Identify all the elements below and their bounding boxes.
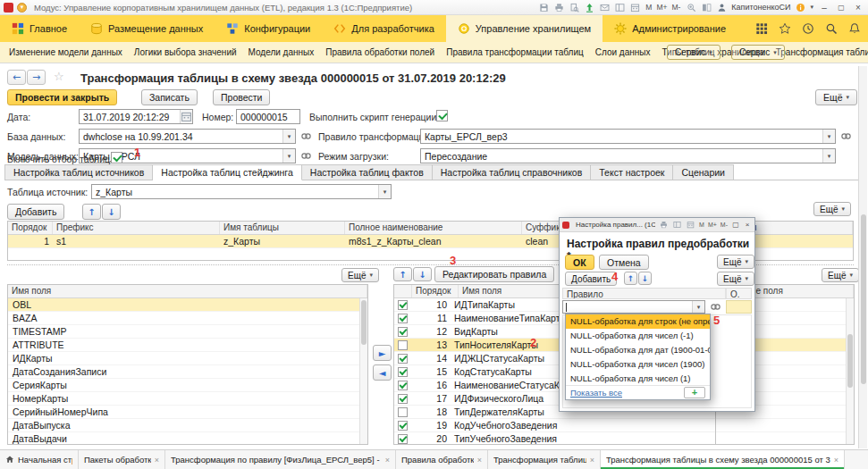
search-icon[interactable] [825, 22, 838, 35]
list-item[interactable]: ИДКарты [8, 352, 359, 365]
table-row[interactable]: 20ТипУчебногоЗаведения [394, 432, 750, 445]
ribbon-tab[interactable]: Размещение данных [79, 15, 215, 42]
submenu-item[interactable]: Трансформация таблицы в схему звезда [776, 47, 868, 57]
write-button[interactable]: Записать [141, 89, 198, 105]
close-tab-icon[interactable]: × [834, 456, 839, 465]
ribbon-tab[interactable]: Главное [0, 15, 79, 42]
row-checkbox[interactable] [398, 407, 408, 417]
notifications-bell-icon[interactable] [848, 22, 861, 35]
list-item[interactable]: СерияКарты [8, 379, 359, 392]
open-link-icon[interactable] [710, 301, 721, 313]
panel-icon[interactable] [671, 220, 682, 230]
dropdown-item[interactable]: NULL-обработка для чисел (1) [566, 372, 710, 386]
field-up-button[interactable]: ↑ [393, 267, 412, 281]
list-item[interactable] [716, 432, 846, 445]
forward-button[interactable]: → [27, 70, 46, 85]
staging-more-button[interactable]: Ещё▾ [813, 202, 851, 216]
database-input[interactable]: dwhclose на 10.99.201.34 ▾ [79, 129, 296, 144]
apps-grid-icon[interactable] [755, 22, 768, 35]
main-scrollbar[interactable] [858, 66, 867, 448]
submenu-item[interactable]: Логики выбора значений [134, 47, 237, 57]
submenu-item[interactable]: Слои данных [595, 47, 651, 57]
list-item[interactable]: ДатаСозданияЗаписи [8, 365, 359, 379]
preview-icon[interactable] [569, 2, 579, 13]
tab-inactive[interactable]: Текст настроек [591, 164, 673, 180]
calendar-icon[interactable] [180, 110, 192, 123]
script-checkbox[interactable] [436, 110, 448, 121]
tab-inactive[interactable]: Настройка таблиц источников [4, 164, 153, 180]
submenu-item[interactable]: Правила трансформации таблиц [446, 47, 584, 57]
minimize-button[interactable]: – [818, 2, 830, 13]
row-checkbox[interactable] [398, 394, 408, 404]
list-item[interactable]: ATTRIBUTE [8, 339, 359, 352]
tab-inactive[interactable]: Сценарии [673, 164, 734, 180]
send-icon[interactable] [599, 2, 610, 13]
ribbon-tab[interactable]: Конфигурации [215, 15, 322, 42]
print-icon[interactable] [553, 2, 564, 13]
show-all-link[interactable]: Показать все [570, 388, 622, 398]
restore-button[interactable]: ▢ [835, 2, 847, 13]
row-checkbox[interactable] [398, 421, 408, 431]
taskbar-tab[interactable]: Пакеты обработки данных× [79, 450, 165, 469]
table-filter-checkbox[interactable] [111, 152, 122, 163]
number-input[interactable]: 000000015 [236, 109, 300, 124]
dropdown-item[interactable]: NULL-обработка для дат (1900-01-01) [566, 343, 710, 357]
date-input[interactable]: 31.07.2019 20:12:29 [79, 109, 193, 124]
list-item[interactable]: СерийныйНомерЧипа [8, 406, 359, 419]
row-checkbox[interactable] [398, 300, 408, 310]
chevron-down-icon[interactable]: ▾ [282, 130, 295, 143]
close-tab-icon[interactable]: × [155, 456, 159, 465]
save-icon[interactable] [538, 2, 549, 13]
list-item[interactable] [716, 419, 846, 432]
memory-button[interactable]: M- [670, 3, 681, 12]
open-link-icon[interactable] [300, 130, 312, 142]
row-checkbox[interactable] [398, 314, 408, 323]
service-button-2[interactable]: Сервис▾ [731, 45, 785, 60]
close-tab-icon[interactable]: × [385, 456, 390, 465]
taskbar-tab[interactable]: Трансформация по правилу [ФизЛица_ЕРСЛ_в… [165, 450, 396, 469]
taskbar-tab[interactable]: Правила обработки полей× [396, 450, 488, 469]
list-item[interactable]: ДатаВыпуска [8, 419, 359, 432]
o-cell[interactable] [726, 300, 752, 314]
move-up-button[interactable]: ↑ [82, 204, 101, 220]
source-fields-more-button[interactable]: Ещё▾ [341, 268, 379, 282]
memory-button[interactable]: M [698, 222, 705, 228]
open-link-icon[interactable] [840, 130, 852, 142]
source-fields-list[interactable]: Имя поля OBLBAZATIMESTAMPATTRIBUTEИДКарт… [7, 284, 368, 445]
post-and-close-button[interactable]: Провести и закрыть [7, 89, 117, 105]
dialog-restore-button[interactable]: ▢ [731, 220, 740, 230]
chevron-down-icon[interactable]: ▾ [378, 185, 391, 198]
taskbar-tab[interactable]: Трансформация таблицы в схему звезда 000… [601, 450, 845, 469]
dialog-close-button[interactable]: × [743, 220, 752, 230]
transfer-left-button[interactable]: ◄ [373, 364, 392, 381]
field-down-button[interactable]: ↓ [413, 267, 432, 281]
submenu-item[interactable]: Правила обработки полей [325, 47, 434, 57]
ribbon-tab[interactable]: Администрирование [603, 15, 737, 42]
service-button-1[interactable]: Сервис▾ [667, 45, 721, 60]
row-checkbox[interactable] [398, 367, 408, 377]
history-clock-icon[interactable] [802, 22, 814, 35]
memory-button[interactable]: M- [720, 222, 729, 228]
edit-rules-button[interactable]: Редактировать правила [434, 266, 554, 282]
dialog-more-button[interactable]: Ещё▾ [717, 255, 754, 269]
submenu-item[interactable]: Модели данных [249, 47, 315, 57]
tab-active[interactable]: Настройка таблиц стейджинга [153, 164, 302, 180]
tab-inactive[interactable]: Настройка таблиц фактов [302, 164, 433, 180]
source-table-input[interactable]: z_Карты ▾ [91, 184, 392, 199]
print-icon[interactable] [658, 220, 669, 230]
close-tab-icon[interactable]: × [590, 456, 594, 465]
description-more-button[interactable]: Ещё▾ [822, 268, 859, 282]
list-item[interactable]: ДатаВыдачи [8, 432, 359, 445]
list-item[interactable]: OBL [8, 298, 359, 312]
memory-button[interactable]: M [645, 3, 653, 12]
row-checkbox[interactable] [398, 327, 408, 337]
add-table-button[interactable]: Добавить [7, 204, 64, 220]
memory-button[interactable]: M+ [655, 3, 668, 12]
move-down-button[interactable]: ↓ [102, 204, 121, 220]
row-checkbox[interactable] [398, 381, 408, 390]
ok-button[interactable]: ОК [565, 255, 594, 270]
transfer-right-button[interactable]: ► [373, 345, 392, 361]
scrollbar-thumb[interactable] [847, 334, 853, 388]
chevron-down-icon[interactable]: ▾ [282, 149, 295, 163]
post-button[interactable]: Провести [213, 89, 270, 105]
